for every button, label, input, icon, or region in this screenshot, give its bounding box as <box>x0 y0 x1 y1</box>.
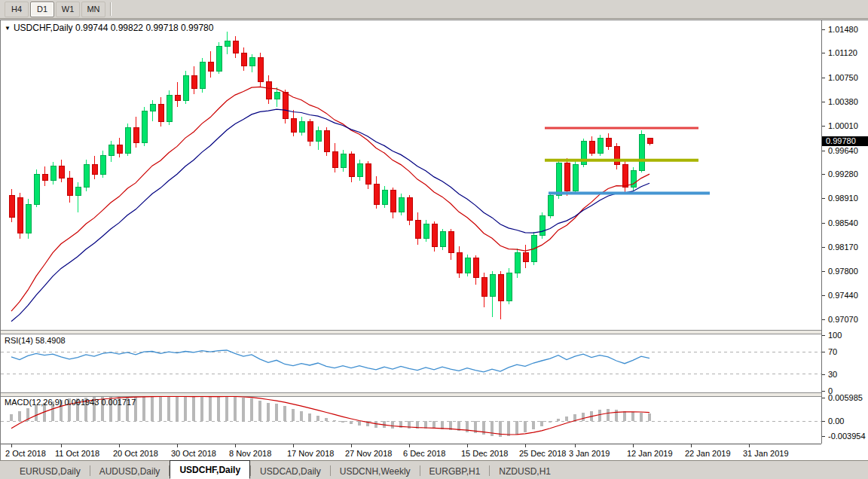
candle[interactable] <box>92 165 97 174</box>
chart-dropdown-icon[interactable]: ▼ <box>5 25 11 32</box>
candle[interactable] <box>564 163 570 191</box>
candle[interactable] <box>573 165 578 191</box>
candle[interactable] <box>183 75 188 100</box>
candle[interactable] <box>539 216 545 235</box>
candle[interactable] <box>225 41 230 47</box>
candle[interactable] <box>622 165 628 188</box>
candle[interactable] <box>266 82 271 99</box>
candle[interactable] <box>291 119 296 132</box>
candle[interactable] <box>167 95 172 121</box>
candle[interactable] <box>481 278 487 296</box>
candle[interactable] <box>191 75 197 88</box>
candle[interactable] <box>506 273 512 301</box>
candle[interactable] <box>216 47 222 72</box>
chart-tab-nzdusd[interactable]: NZDUSD,H1 <box>490 464 560 479</box>
date-tick-label: 3 Jan 2019 <box>569 449 610 458</box>
candle[interactable] <box>548 196 553 216</box>
price-axis[interactable]: 1.014801.011201.007501.003801.000100.996… <box>821 20 868 444</box>
candle[interactable] <box>316 130 321 141</box>
candle[interactable] <box>598 138 603 153</box>
macd-histogram-bar <box>540 421 543 426</box>
chart-tab-audusd[interactable]: AUDUSD,Daily <box>90 464 170 479</box>
date-axis[interactable]: 2 Oct 201811 Oct 201820 Oct 201830 Oct 2… <box>1 444 821 461</box>
candle[interactable] <box>67 178 72 196</box>
candle[interactable] <box>258 58 263 82</box>
candle[interactable] <box>108 145 114 156</box>
candle[interactable] <box>42 174 47 181</box>
candle[interactable] <box>233 41 238 53</box>
chart-tab-eurusd[interactable]: EURUSD,Daily <box>11 464 90 479</box>
candle[interactable] <box>399 197 404 212</box>
candle[interactable] <box>589 141 594 153</box>
price-tick-label: 1.00380 <box>828 97 858 106</box>
candle[interactable] <box>515 253 520 273</box>
candle[interactable] <box>556 163 561 196</box>
candle[interactable] <box>647 139 653 144</box>
chart-tab-usdcnh[interactable]: USDCNH,Weekly <box>331 464 420 479</box>
candle[interactable] <box>26 204 31 233</box>
candle[interactable] <box>365 163 371 184</box>
candle[interactable] <box>423 224 429 238</box>
timeframe-button-w1[interactable]: W1 <box>56 2 80 17</box>
price-tick-label: 1.00010 <box>828 121 858 130</box>
candle[interactable] <box>374 184 379 204</box>
candle[interactable] <box>50 166 56 181</box>
candle[interactable] <box>307 121 313 141</box>
candle[interactable] <box>208 63 213 72</box>
candle[interactable] <box>614 146 619 164</box>
candle[interactable] <box>332 151 338 167</box>
candle[interactable] <box>448 232 454 253</box>
macd-histogram-bar <box>267 403 270 421</box>
candle[interactable] <box>465 258 470 273</box>
candle[interactable] <box>125 128 130 153</box>
candle[interactable] <box>415 220 420 238</box>
candle[interactable] <box>17 197 23 233</box>
candle[interactable] <box>490 275 495 297</box>
candle[interactable] <box>457 253 462 273</box>
candle[interactable] <box>299 121 304 132</box>
candle[interactable] <box>249 58 255 66</box>
candle[interactable] <box>150 105 155 111</box>
candle[interactable] <box>283 93 288 119</box>
candle[interactable] <box>382 191 387 204</box>
chart-tab-usdchf[interactable]: USDCHF,Daily <box>170 460 250 479</box>
ma-slow-line[interactable] <box>11 109 649 322</box>
chart-tab-eurgbp[interactable]: EURGBP,H1 <box>420 464 490 479</box>
candle[interactable] <box>523 253 528 261</box>
candle[interactable] <box>158 105 164 122</box>
candle[interactable] <box>357 163 362 176</box>
chart-tab-usdcad[interactable]: USDCAD,Daily <box>251 464 330 479</box>
candle[interactable] <box>473 258 478 278</box>
timeframe-button-h4[interactable]: H4 <box>5 2 29 17</box>
candle[interactable] <box>432 224 437 246</box>
candle[interactable] <box>200 63 205 89</box>
candle[interactable] <box>133 128 139 142</box>
candle[interactable] <box>84 165 89 188</box>
candle[interactable] <box>407 197 412 220</box>
candle[interactable] <box>59 166 64 178</box>
candle[interactable] <box>274 93 280 99</box>
candle[interactable] <box>324 130 329 151</box>
timeframe-button-d1[interactable]: D1 <box>30 2 54 17</box>
candle[interactable] <box>440 232 445 246</box>
candle[interactable] <box>639 135 644 171</box>
main-chart-canvas[interactable] <box>1 20 821 330</box>
candle[interactable] <box>349 154 354 177</box>
candle[interactable] <box>142 111 147 142</box>
candle[interactable] <box>34 174 39 204</box>
date-tick-label: 27 Nov 2018 <box>345 449 392 458</box>
candle[interactable] <box>390 191 396 212</box>
candle[interactable] <box>175 95 180 100</box>
candle[interactable] <box>498 275 503 301</box>
candle[interactable] <box>75 188 81 196</box>
candle[interactable] <box>9 196 14 218</box>
timeframe-button-mn[interactable]: MN <box>81 2 105 17</box>
candle[interactable] <box>117 145 122 153</box>
macd-histogram-bar <box>391 421 394 429</box>
date-tick-mark <box>691 444 692 447</box>
candle[interactable] <box>241 53 246 66</box>
candle[interactable] <box>100 156 105 174</box>
candle[interactable] <box>606 138 611 146</box>
rsi-canvas[interactable] <box>1 334 821 392</box>
candle[interactable] <box>341 154 346 167</box>
